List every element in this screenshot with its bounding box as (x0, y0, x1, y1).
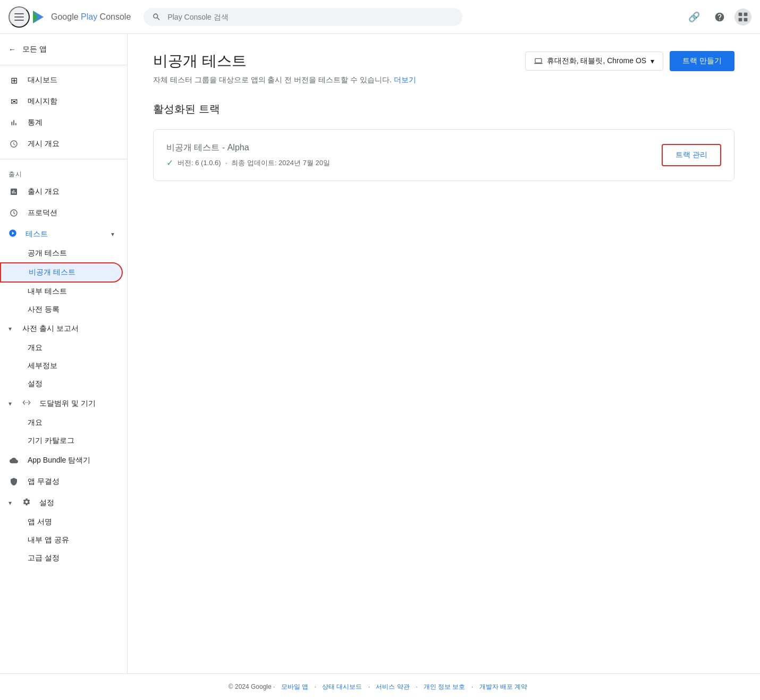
check-icon: ✓ (166, 158, 173, 168)
sidebar-item-settings[interactable]: ▾ 설정 (0, 492, 123, 513)
page-header: 비공개 테스트 휴대전화, 태블릿, Chrome OS ▾ 트랙 만들기 (153, 51, 734, 71)
sidebar-item-reach-devices[interactable]: ▾ 도달범위 및 기기 (0, 393, 123, 414)
reach-icon (22, 398, 31, 408)
sidebar-back-button[interactable]: ← 모든 앱 (0, 38, 123, 61)
sidebar-child-internal-app-share[interactable]: 내부 앱 공유 (0, 531, 123, 549)
sidebar-child-pre-launch-overview[interactable]: 개요 (0, 339, 123, 357)
sidebar-label-advanced-settings: 고급 설정 (28, 553, 60, 563)
page-subtitle: 자체 테스터 그룹을 대상으로 앱의 출시 전 버전을 테스트할 수 있습니다.… (153, 75, 734, 85)
monitor-icon (534, 57, 543, 65)
sidebar-child-reach-overview[interactable]: 개요 (0, 414, 123, 432)
nav-logo-text: Google Play Console (51, 12, 131, 22)
avatar[interactable] (734, 8, 751, 25)
hamburger-menu[interactable] (9, 6, 30, 28)
app-body: ← 모든 앱 ⊞ 대시보드 ✉ 메시지함 통계 게시 개요 (0, 34, 760, 673)
search-input[interactable] (167, 13, 454, 21)
footer-link-status-dashboard[interactable]: 상태 대시보드 (322, 683, 362, 690)
footer-separator-4: · (416, 683, 419, 690)
stats-icon (9, 117, 19, 128)
app-integrity-icon (9, 476, 19, 487)
sidebar-label-test: 테스트 (26, 229, 48, 239)
test-chevron-icon: ▾ (111, 231, 114, 238)
sidebar-child-app-signing[interactable]: 앱 서명 (0, 513, 123, 531)
track-manage-button[interactable]: 트랙 관리 (662, 144, 721, 166)
sidebar-item-app-integrity[interactable]: 앱 무결성 (0, 471, 123, 492)
svg-rect-1 (14, 16, 24, 18)
production-icon (9, 208, 19, 218)
sidebar-item-launch-overview[interactable]: 출시 개요 (0, 181, 123, 202)
sidebar-label-settings: 설정 (39, 498, 54, 508)
sidebar-label-pre-register: 사전 등록 (28, 305, 60, 314)
sidebar-child-internal-test[interactable]: 내부 테스트 (0, 283, 123, 301)
sidebar-item-post-overview[interactable]: 게시 개요 (0, 133, 123, 155)
sidebar-label-launch-overview: 출시 개요 (28, 187, 60, 197)
footer-link-terms[interactable]: 서비스 약관 (376, 683, 409, 690)
app-bundle-icon (9, 455, 19, 466)
footer-separator-5: · (471, 683, 475, 690)
sidebar-divider-2 (0, 159, 127, 159)
device-filter-chevron-icon: ▾ (651, 57, 654, 65)
svg-rect-10 (744, 18, 748, 21)
post-overview-icon (9, 139, 19, 149)
footer-separator-2: · (314, 683, 318, 690)
sidebar-label-internal-app-share: 내부 앱 공유 (28, 535, 69, 545)
footer-link-mobile-app[interactable]: 모바일 앱 (281, 683, 308, 690)
google-play-icon (30, 8, 47, 25)
pre-launch-chevron-icon: ▾ (9, 325, 12, 332)
footer-link-privacy[interactable]: 개인 정보 보호 (424, 683, 466, 690)
track-update: 최종 업데이트: 2024년 7월 20일 (231, 158, 330, 168)
sidebar-item-dashboard[interactable]: ⊞ 대시보드 (0, 70, 123, 91)
track-version: 버전: 6 (1.0.6) (178, 158, 221, 168)
footer-link-developer-agreement[interactable]: 개발자 배포 계약 (479, 683, 528, 690)
footer-separator-3: · (368, 683, 372, 690)
sidebar-label-pre-launch-settings: 설정 (28, 379, 43, 389)
sidebar-item-stats[interactable]: 통계 (0, 112, 123, 133)
sidebar-child-pre-launch-settings[interactable]: 설정 (0, 375, 123, 393)
help-button[interactable] (709, 6, 730, 28)
page-title: 비공개 테스트 (153, 51, 247, 71)
link-button[interactable]: 🔗 (683, 6, 705, 28)
device-filter-button[interactable]: 휴대전화, 태블릿, Chrome OS ▾ (525, 52, 663, 71)
sidebar-item-test[interactable]: 테스트 ▾ (0, 224, 123, 244)
sidebar-item-pre-launch-report[interactable]: ▾ 사전 출시 보고서 (0, 319, 123, 339)
svg-rect-7 (739, 12, 742, 16)
sidebar-label-pre-launch-report: 사전 출시 보고서 (22, 324, 79, 334)
sidebar-label-reach-overview: 개요 (28, 418, 43, 428)
more-link[interactable]: 더보기 (394, 75, 416, 84)
sidebar-child-pre-register[interactable]: 사전 등록 (0, 301, 123, 319)
sidebar-child-device-catalog[interactable]: 기기 카탈로그 (0, 432, 123, 450)
settings-chevron-icon: ▾ (9, 499, 12, 507)
main-content: 비공개 테스트 휴대전화, 태블릿, Chrome OS ▾ 트랙 만들기 자체… (128, 34, 760, 673)
svg-rect-8 (744, 12, 748, 16)
sidebar-child-advanced-settings[interactable]: 고급 설정 (0, 549, 123, 567)
track-card: 비공개 테스트 - Alpha ✓ 버전: 6 (1.0.6) · 최종 업데이… (153, 129, 734, 181)
sidebar-item-production[interactable]: 프로덕션 (0, 202, 123, 224)
create-track-button[interactable]: 트랙 만들기 (670, 51, 734, 71)
sidebar-label-app-bundle: App Bundle 탐색기 (28, 456, 90, 465)
svg-rect-0 (14, 13, 24, 14)
sidebar-item-messages[interactable]: ✉ 메시지함 (0, 91, 123, 112)
active-tracks-title: 활성화된 트랙 (153, 102, 734, 116)
sidebar-label-reach-devices: 도달범위 및 기기 (39, 399, 96, 408)
sidebar-item-app-bundle[interactable]: App Bundle 탐색기 (0, 450, 123, 471)
top-nav: Google Play Console 🔗 (0, 0, 760, 34)
sidebar: ← 모든 앱 ⊞ 대시보드 ✉ 메시지함 통계 게시 개요 (0, 34, 128, 673)
footer-separator-1: · (273, 683, 277, 690)
sidebar-back-label: 모든 앱 (22, 45, 47, 54)
sidebar-child-private-test[interactable]: 비공개 테스트 (0, 262, 123, 283)
sidebar-child-pre-launch-details[interactable]: 세부정보 (0, 357, 123, 375)
sidebar-label-production: 프로덕션 (28, 208, 57, 218)
sidebar-label-stats: 통계 (28, 118, 43, 127)
sidebar-child-public-test[interactable]: 공개 테스트 (0, 244, 123, 262)
svg-rect-9 (739, 18, 742, 21)
sidebar-label-internal-test: 내부 테스트 (28, 287, 67, 296)
messages-icon: ✉ (9, 96, 19, 107)
dashboard-icon: ⊞ (9, 75, 19, 86)
sidebar-label-private-test: 비공개 테스트 (29, 268, 75, 277)
search-bar[interactable] (143, 8, 462, 26)
test-icon (9, 229, 17, 239)
track-info: 비공개 테스트 - Alpha ✓ 버전: 6 (1.0.6) · 최종 업데이… (166, 142, 330, 168)
sidebar-label-device-catalog: 기기 카탈로그 (28, 436, 74, 446)
sidebar-label-app-signing: 앱 서명 (28, 517, 52, 527)
sidebar-label-app-integrity: 앱 무결성 (28, 477, 60, 486)
